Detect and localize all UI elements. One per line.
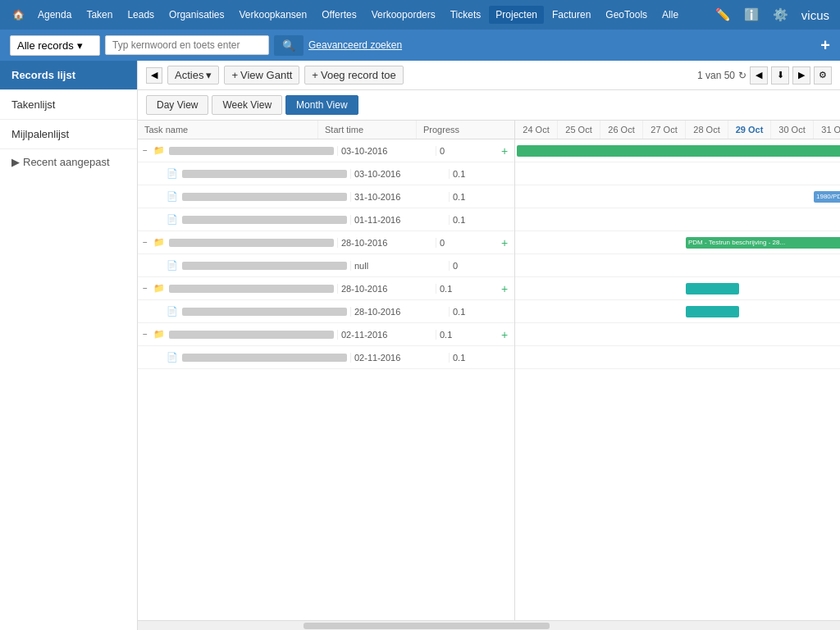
row-progress-4: 0.1 — [449, 215, 514, 225]
gantt-bar-row-9: ADU: Stroom... — [515, 323, 840, 346]
table-row: 📄 01-11-2016 0.1 — [138, 208, 514, 231]
add-button[interactable]: + — [820, 36, 830, 55]
expand-icon2[interactable]: − — [138, 238, 153, 247]
view-gantt-button[interactable]: + View Gantt — [224, 66, 299, 84]
add-row-icon4[interactable]: + — [501, 328, 514, 341]
acties-button[interactable]: Acties ▾ — [167, 66, 219, 84]
collapse-button[interactable]: ◀ — [146, 67, 162, 84]
nav-verkoopkansen[interactable]: Verkoopkansen — [232, 6, 313, 24]
nav-taken[interactable]: Taken — [80, 6, 119, 24]
file-icon4: 📄 — [166, 260, 179, 271]
row-date-7: 28-10-2016 — [337, 284, 436, 294]
folder-icon4: 📁 — [153, 329, 166, 340]
file-icon5: 📄 — [166, 306, 179, 317]
row-name-5 — [169, 239, 334, 247]
nav-agenda[interactable]: Agenda — [31, 6, 78, 24]
nav-geotools[interactable]: GeoTools — [599, 6, 654, 24]
row-name-4 — [182, 216, 347, 224]
next-page-button[interactable]: ▶ — [792, 66, 810, 84]
row-name-6 — [182, 262, 347, 270]
gantt-bar-row-4: 1980/PDM... — [515, 208, 840, 231]
sidebar-recent[interactable]: ▶ Recent aangepast — [0, 149, 137, 175]
gantt-bar-7 — [686, 283, 739, 294]
add-record-button[interactable]: + Voeg record toe — [304, 66, 403, 84]
user-menu[interactable]: vicus — [797, 7, 833, 24]
date-27oct: 27 Oct — [643, 121, 686, 139]
row-date-6: null — [350, 261, 449, 271]
nav-offertes[interactable]: Offertes — [315, 6, 363, 24]
help-icon[interactable]: ℹ️ — [740, 6, 764, 24]
gantt-bar-8 — [686, 306, 739, 317]
row-progress-10: 0.1 — [449, 353, 514, 363]
content-area: ◀ Acties ▾ + View Gantt + Voeg record to… — [138, 61, 840, 630]
add-row-icon3[interactable]: + — [501, 282, 514, 295]
row-name-9 — [169, 331, 334, 339]
tab-month-view[interactable]: Month View — [285, 95, 358, 115]
gantt-bar-row-7 — [515, 277, 840, 300]
gantt-body: − 📁 03-10-2016 0 + 📄 03-10-2016 0.1 — [138, 139, 840, 620]
scrollbar-thumb[interactable] — [304, 623, 550, 629]
edit-icon[interactable]: ✏️ — [711, 6, 735, 24]
sidebar-item-mijlpalen[interactable]: Mijlpalenlijst — [0, 120, 137, 149]
nav-verkooporders[interactable]: Verkooporders — [365, 6, 442, 24]
records-dropdown[interactable]: Alle records ▾ — [10, 35, 100, 56]
add-row-icon2[interactable]: + — [501, 236, 514, 249]
chevron-right-icon: ▶ — [11, 156, 20, 168]
col-start-time: Start time — [318, 121, 417, 139]
settings-icon[interactable]: ⚙️ — [769, 6, 792, 24]
sidebar-item-taken[interactable]: Takenlijst — [0, 90, 137, 120]
row-progress-7: 0.1 — [436, 284, 501, 294]
nav-organisaties[interactable]: Organisaties — [162, 6, 231, 24]
gantt-right-panel: 1980/PDM-2 1980/PDM... PDM - Testrun bes… — [515, 139, 840, 620]
search-input[interactable] — [105, 35, 269, 55]
row-date-1: 03-10-2016 — [337, 146, 436, 156]
refresh-icon[interactable]: ↻ — [738, 70, 746, 81]
sidebar-recent-label: Recent aangepast — [23, 156, 110, 168]
sidebar: Records lijst Takenlijst Mijlpalenlijst … — [0, 61, 138, 630]
date-26oct: 26 Oct — [600, 121, 643, 139]
gantt-bar-row-8 — [515, 300, 840, 323]
search-button[interactable]: 🔍 — [274, 35, 304, 56]
settings-button[interactable]: ⚙ — [814, 66, 832, 84]
gantt-bar-1 — [517, 145, 840, 157]
add-row-icon[interactable]: + — [501, 144, 514, 158]
tab-day-view[interactable]: Day View — [146, 95, 208, 115]
table-row: 📄 03-10-2016 0.1 — [138, 162, 514, 185]
sidebar-item-records[interactable]: Records lijst — [0, 61, 137, 90]
dropdown-arrow-icon: ▾ — [206, 69, 212, 81]
table-row: 📄 28-10-2016 0.1 — [138, 300, 514, 323]
plus-icon: + — [231, 69, 238, 81]
date-28oct: 28 Oct — [686, 121, 728, 139]
table-row: 📄 31-10-2016 0.1 — [138, 185, 514, 208]
row-name-10 — [182, 354, 347, 362]
download-button[interactable]: ⬇ — [771, 66, 789, 84]
plus-icon2: + — [312, 69, 318, 81]
view-gantt-label: View Gantt — [240, 69, 292, 81]
gantt-bar-3: 1980/PDM-2 — [814, 191, 840, 203]
nav-tickets[interactable]: Tickets — [444, 6, 488, 24]
row-date-9: 02-11-2016 — [337, 330, 436, 340]
horizontal-scrollbar[interactable] — [138, 620, 840, 630]
advanced-search-link[interactable]: Geavanceerd zoeken — [308, 39, 402, 51]
nav-leads[interactable]: Leads — [121, 6, 161, 24]
gantt-header: Task name Start time Progress 24 Oct 25 … — [138, 121, 840, 139]
row-date-10: 02-11-2016 — [350, 353, 449, 363]
gantt-bar-row-3: 1980/PDM-2 — [515, 185, 840, 208]
date-24oct: 24 Oct — [515, 121, 558, 139]
gantt-left-header: Task name Start time Progress — [138, 121, 515, 139]
table-row: − 📁 03-10-2016 0 + — [138, 139, 514, 162]
nav-alle[interactable]: Alle — [655, 6, 685, 24]
home-nav-item[interactable]: 🏠 — [7, 3, 30, 26]
expand-icon[interactable]: − — [138, 146, 153, 155]
nav-projecten[interactable]: Projecten — [489, 6, 544, 24]
gantt-dates-header: 24 Oct 25 Oct 26 Oct 27 Oct 28 Oct 29 Oc… — [515, 121, 840, 139]
file-icon2: 📄 — [166, 191, 179, 202]
table-row: − 📁 02-11-2016 0.1 + — [138, 323, 514, 346]
expand-icon3[interactable]: − — [138, 284, 153, 293]
row-name-8 — [182, 308, 347, 316]
prev-page-button[interactable]: ◀ — [750, 66, 768, 84]
tab-week-view[interactable]: Week View — [212, 95, 282, 115]
nav-facturen[interactable]: Facturen — [546, 6, 597, 24]
file-icon6: 📄 — [166, 352, 179, 363]
expand-icon4[interactable]: − — [138, 330, 153, 339]
